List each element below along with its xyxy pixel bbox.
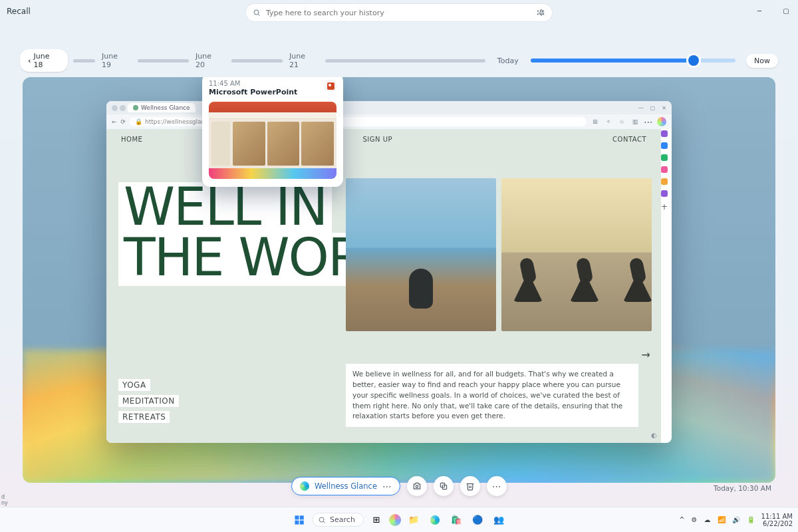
webpage: HOME SIGN UP CONTACT WELL IN THE WORLD Y… bbox=[106, 129, 661, 443]
page-options-icon[interactable]: ◐ bbox=[651, 432, 657, 439]
copilot-icon[interactable] bbox=[389, 514, 401, 526]
timeline-date-label[interactable]: June 20 bbox=[196, 52, 222, 69]
category-item[interactable]: MEDITATION bbox=[118, 395, 179, 407]
search-settings-icon[interactable] bbox=[536, 8, 545, 17]
sidebar-app-icon[interactable] bbox=[661, 190, 668, 197]
timeline-segment[interactable] bbox=[73, 59, 95, 63]
snapshot-canvas: 👆 11:45 AM Microsoft PowerPoint Wellness… bbox=[23, 77, 775, 483]
workspace-icon[interactable] bbox=[120, 105, 126, 111]
delete-button[interactable] bbox=[460, 476, 480, 496]
battery-icon[interactable]: 🔋 bbox=[747, 516, 755, 523]
teams-icon[interactable]: 👥 bbox=[490, 511, 507, 529]
open-in-app-label: Wellness Glance bbox=[315, 481, 377, 491]
sidebar-app-icon[interactable] bbox=[661, 178, 668, 185]
lock-icon: 🔒 bbox=[135, 118, 142, 125]
timeline-scrubber-knob[interactable] bbox=[688, 55, 699, 66]
store-icon[interactable]: 🛍️ bbox=[448, 511, 465, 529]
favicon-icon bbox=[133, 105, 138, 110]
popover-thumbnail[interactable] bbox=[209, 102, 336, 179]
next-arrow-icon[interactable]: → bbox=[642, 348, 650, 361]
tab-title: Wellness Glance bbox=[141, 104, 190, 111]
hero-image-yoga bbox=[501, 178, 652, 331]
tray-app-icon[interactable]: ⚙ bbox=[692, 516, 698, 523]
task-view-icon[interactable]: ⊞ bbox=[368, 511, 385, 529]
svg-line-18 bbox=[323, 521, 325, 523]
browser-maximize-icon[interactable]: ▢ bbox=[650, 105, 656, 111]
address-bar[interactable]: 🔒 https://wellnessglance.com bbox=[130, 117, 587, 126]
system-tray: ^ ⚙ ☁ 📶 🔊 🔋 11:11 AM 6/22/202 bbox=[679, 513, 793, 527]
back-icon[interactable]: ← bbox=[112, 118, 117, 125]
open-in-app-button[interactable]: Wellness Glance bbox=[291, 477, 400, 495]
timeline-segment[interactable] bbox=[231, 59, 283, 63]
sidebar-add-icon[interactable]: + bbox=[661, 202, 668, 209]
svg-point-5 bbox=[540, 11, 541, 12]
sidebar-app-icon[interactable] bbox=[661, 142, 668, 149]
timeline-today-label: Today bbox=[497, 57, 519, 65]
edge-icon bbox=[300, 481, 309, 491]
timeline-selected-date[interactable]: June 18 bbox=[20, 49, 68, 72]
now-label: Now bbox=[754, 57, 770, 65]
window-controls: ─ ▢ bbox=[750, 3, 795, 19]
powerpoint-icon bbox=[325, 80, 336, 92]
category-item[interactable]: RETREATS bbox=[118, 411, 170, 423]
svg-point-10 bbox=[416, 485, 418, 488]
timeline-segment[interactable] bbox=[138, 59, 189, 63]
app-options-icon[interactable] bbox=[382, 481, 392, 491]
sidebar-app-icon[interactable] bbox=[661, 154, 668, 161]
taskbar-search[interactable]: Search bbox=[312, 513, 364, 527]
profile-icon[interactable] bbox=[112, 105, 118, 111]
nav-link-signup[interactable]: SIGN UP bbox=[362, 136, 392, 143]
svg-point-17 bbox=[319, 517, 324, 522]
timeline-segment[interactable] bbox=[325, 59, 485, 63]
more-actions-button[interactable] bbox=[487, 476, 507, 496]
file-explorer-icon[interactable]: 📁 bbox=[405, 511, 422, 529]
hero-paragraph: We believe in wellness for all, and for … bbox=[346, 364, 638, 427]
extensions-icon[interactable]: ⊞ bbox=[591, 117, 600, 126]
timeline-date-label[interactable]: June 21 bbox=[289, 52, 316, 69]
browser-sidebar: + bbox=[661, 130, 670, 209]
nav-link-contact[interactable]: CONTACT bbox=[612, 136, 646, 143]
chevron-left-icon bbox=[28, 57, 31, 65]
nav-link-home[interactable]: HOME bbox=[121, 136, 142, 143]
minimize-button[interactable]: ─ bbox=[750, 3, 769, 19]
start-button[interactable] bbox=[291, 511, 308, 529]
maximize-button[interactable]: ▢ bbox=[777, 3, 795, 19]
history-search[interactable] bbox=[246, 4, 552, 21]
sidebar-app-icon[interactable] bbox=[661, 166, 668, 173]
taskbar-clock[interactable]: 11:11 AM 6/22/202 bbox=[761, 513, 793, 527]
svg-point-0 bbox=[254, 10, 259, 15]
now-button[interactable]: Now bbox=[746, 54, 778, 68]
browser-minimize-icon[interactable]: — bbox=[638, 105, 644, 111]
clock-time: 11:11 AM bbox=[761, 513, 793, 520]
tray-chevron-icon[interactable]: ^ bbox=[679, 516, 684, 523]
timeline-today-track[interactable] bbox=[531, 59, 735, 63]
history-search-input[interactable] bbox=[266, 9, 532, 17]
browser-tabstrip: Wellness Glance — ▢ ✕ bbox=[106, 101, 672, 114]
timeline-preview-popover[interactable]: 11:45 AM Microsoft PowerPoint bbox=[202, 77, 343, 187]
browser-tab[interactable]: Wellness Glance bbox=[128, 103, 196, 112]
browser-menu-icon[interactable] bbox=[644, 117, 653, 126]
screenshot-button[interactable] bbox=[407, 476, 427, 496]
volume-icon[interactable]: 🔊 bbox=[732, 516, 740, 523]
browser-close-icon[interactable]: ✕ bbox=[662, 105, 666, 111]
snapshot-action-bar: Wellness Glance bbox=[291, 476, 507, 496]
onedrive-icon[interactable]: ☁ bbox=[704, 516, 711, 523]
favorites-icon[interactable]: ☆ bbox=[617, 117, 626, 126]
refresh-icon[interactable]: ⟳ bbox=[121, 118, 126, 125]
timeline[interactable]: June 18 June 19 June 20 June 21 Today No… bbox=[20, 52, 778, 69]
clock-date: 6/22/202 bbox=[761, 520, 793, 527]
svg-point-9 bbox=[543, 13, 544, 15]
split-icon[interactable]: ▥ bbox=[630, 117, 640, 126]
sidebar-app-icon[interactable] bbox=[661, 130, 668, 137]
recall-taskbar-icon[interactable]: 🔵 bbox=[469, 511, 486, 529]
wifi-icon[interactable]: 📶 bbox=[718, 516, 726, 523]
category-item[interactable]: YOGA bbox=[118, 379, 150, 391]
hero-image-meditation bbox=[346, 178, 496, 331]
taskbar: Search ⊞ 📁 🛍️ 🔵 👥 ^ ⚙ ☁ 📶 🔊 🔋 11:11 AM 6… bbox=[0, 507, 798, 532]
cropped-text: dny bbox=[0, 494, 12, 507]
collections-icon[interactable]: ✧ bbox=[604, 117, 613, 126]
copy-button[interactable] bbox=[434, 476, 454, 496]
edge-taskbar-icon[interactable] bbox=[426, 511, 444, 529]
timeline-date-label[interactable]: June 19 bbox=[102, 52, 128, 69]
copilot-icon[interactable] bbox=[657, 117, 666, 126]
